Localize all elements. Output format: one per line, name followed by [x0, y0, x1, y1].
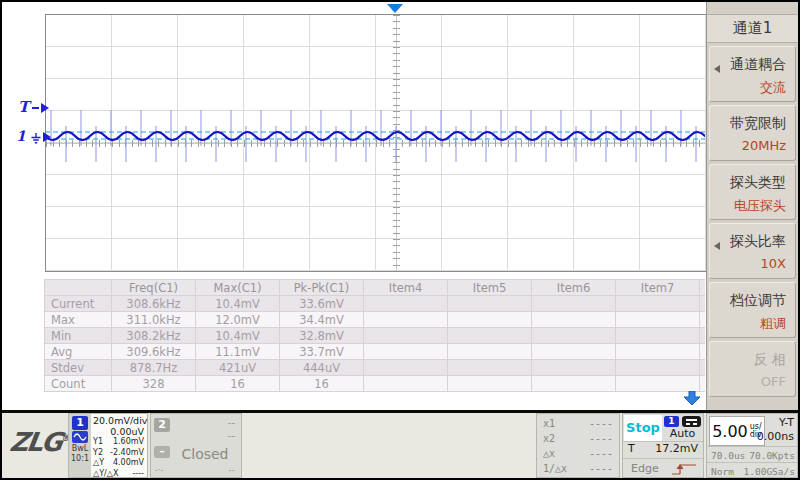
measurement-value	[700, 312, 706, 328]
measurement-value	[532, 312, 616, 328]
measurement-value	[532, 360, 616, 376]
menu-button-5[interactable]: 档位调节粗调	[709, 282, 796, 338]
menu-label: 探头比率	[710, 233, 786, 251]
menu-label: 反 相	[710, 351, 786, 369]
trigger-level-label: T	[628, 442, 635, 455]
measurement-value: 444uV	[280, 360, 364, 376]
column-header: Item7	[616, 280, 700, 296]
measurement-value: 421uV	[196, 360, 280, 376]
cursor-row: x2----	[543, 431, 613, 446]
timebase-mode: Y-T 0.00ns	[757, 416, 794, 444]
measurement-value	[532, 376, 616, 392]
display-mode: Y-T	[779, 416, 794, 429]
channel2-foot-icon: -·-	[155, 466, 163, 475]
dc-coupling-icon	[682, 416, 701, 427]
channel1-status-box[interactable]: 1 BwL 10:1 20.0mV/div 0.00uV Y11.60mVY2-…	[68, 413, 148, 478]
probe-ratio-flag: 10:1	[69, 454, 91, 464]
measurement-value: 311.0kHz	[112, 312, 196, 328]
menu-button-1[interactable]: 通道耦合交流	[709, 46, 796, 102]
cursor-row: x1----	[543, 416, 613, 431]
measurement-header-row: Freq(C1)Max(C1)Pk-Pk(C1)Item4Item5Item6I…	[45, 280, 706, 296]
channel2-coupling-icon: –	[154, 446, 170, 458]
measurement-value	[616, 344, 700, 360]
measurement-value: 878.7Hz	[112, 360, 196, 376]
ch1-cursor-row: △Y4.00mV	[93, 458, 144, 469]
measurement-value	[700, 344, 706, 360]
measurement-value	[364, 312, 448, 328]
measurement-value: 32.8mV	[280, 328, 364, 344]
trigger-level-row: T 17.2mV	[623, 441, 703, 458]
measurement-value: 33.6mV	[280, 296, 364, 312]
measurement-value	[532, 328, 616, 344]
channel1-marker-label: 1	[16, 128, 26, 144]
measurement-value	[616, 376, 700, 392]
row-label: Max	[45, 312, 112, 328]
channel2-badge: 2	[154, 418, 170, 432]
measurement-value	[700, 296, 706, 312]
menu-label: 档位调节	[710, 292, 786, 310]
measurement-value	[616, 296, 700, 312]
measurement-value	[448, 296, 532, 312]
channel2-scale: --	[228, 417, 235, 428]
column-header: Freq(C1)	[112, 280, 196, 296]
page-down-arrow-icon[interactable]	[682, 391, 702, 406]
ground-icon	[31, 133, 41, 144]
measurement-value	[700, 360, 706, 376]
measurement-value	[364, 376, 448, 392]
channel2-status-box[interactable]: 2 – -- -- Closed -·- --	[150, 413, 242, 478]
sample-rate: 1.00GSa/s	[744, 466, 795, 477]
menu-button-2[interactable]: 带宽限制20MHz	[709, 105, 796, 161]
measurement-value	[364, 344, 448, 360]
row-label: Avg	[45, 344, 112, 360]
window-length: 70.0us	[711, 450, 745, 461]
measurement-value	[616, 360, 700, 376]
zlg-logo: ZLG®	[8, 427, 72, 457]
measurement-table: Freq(C1)Max(C1)Pk-Pk(C1)Item4Item5Item6I…	[44, 279, 705, 392]
measurement-value	[364, 360, 448, 376]
memory-depth: 70.0Kpts	[749, 450, 795, 461]
measurement-value: 34.4mV	[280, 312, 364, 328]
menu-label: 通道耦合	[710, 56, 786, 74]
channel1-position-marker[interactable]: 1	[16, 128, 51, 144]
submenu-arrow-icon	[714, 65, 720, 73]
cursor-readout-box: x1----x2----△x----1/△x----	[536, 413, 620, 478]
channel2-offset: --	[228, 430, 235, 441]
measurement-value: 16	[280, 376, 364, 392]
timebase-status-box[interactable]: 5.00 us/ div Y-T 0.00ns 70.0us 70.0Kpts …	[706, 413, 798, 478]
menu-value: OFF	[710, 374, 786, 389]
measurement-value	[448, 312, 532, 328]
row-label: Count	[45, 376, 112, 392]
trigger-level-marker[interactable]: T	[18, 98, 49, 116]
channel1-waveform	[45, 14, 705, 270]
menu-button-3[interactable]: 探头类型电压探头	[709, 164, 796, 220]
measurement-value: 16	[196, 376, 280, 392]
channel1-badge: 1	[72, 416, 88, 430]
ch1-cursor-row: △Y/△X----	[93, 469, 144, 480]
acquisition-window-row: 70.0us 70.0Kpts	[707, 446, 797, 463]
channel1-values: 20.0mV/div 0.00uV Y11.60mVY2-2.40mV△Y4.0…	[91, 414, 147, 477]
trigger-delay: 0.00ns	[757, 430, 794, 443]
row-label: Min	[45, 328, 112, 344]
menu-label: 探头类型	[710, 174, 786, 192]
status-bar: ZLG® 1 BwL 10:1 20.0mV/div 0.00uV Y11.60…	[2, 410, 798, 480]
run-state-indicator[interactable]: Stop	[624, 415, 662, 441]
trigger-status-box[interactable]: Stop 1 Auto T 17.2mV Edge	[622, 413, 704, 478]
measurement-row-count: Count3281616	[45, 376, 706, 392]
measurement-value: 10.4mV	[196, 296, 280, 312]
trigger-position-marker[interactable]	[387, 4, 403, 13]
channel2-state: Closed	[173, 446, 237, 462]
trigger-source-area: 1 Auto	[663, 415, 702, 441]
measurement-value: 12.0mV	[196, 312, 280, 328]
menu-button-4[interactable]: 探头比率10X	[709, 223, 796, 279]
measurement-value	[700, 328, 706, 344]
trigger-level-label: T	[18, 98, 29, 116]
menu-title: 通道1	[707, 14, 798, 43]
measurement-value	[448, 360, 532, 376]
menu-label: 带宽限制	[710, 115, 786, 133]
measurement-row-avg: Avg309.6kHz11.1mV33.7mV	[45, 344, 706, 360]
channel1-offset: 0.00uV	[93, 426, 144, 437]
menu-button-6[interactable]: 反 相OFF	[709, 341, 796, 397]
acquire-mode: Norm	[711, 466, 734, 477]
acquisition-mode-row: Norm 1.00GSa/s	[707, 462, 797, 479]
measurement-value: 10.4mV	[196, 328, 280, 344]
